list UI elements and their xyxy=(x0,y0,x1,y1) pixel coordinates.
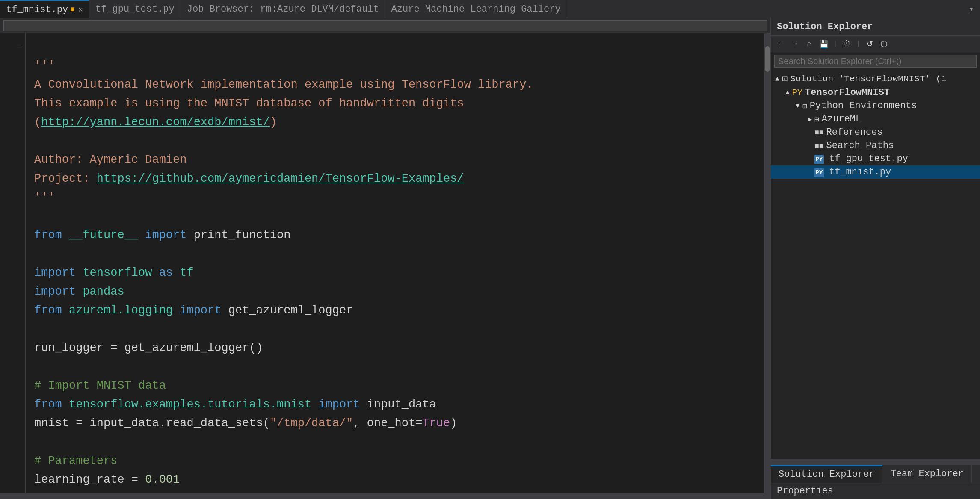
search-paths-icon: ■■ xyxy=(814,142,824,150)
solution-expand-icon[interactable]: ▲ xyxy=(773,75,782,83)
references-icon: ■■ xyxy=(814,128,824,137)
azureml-expand-icon[interactable]: ▶ xyxy=(805,115,814,124)
horizontal-scrollbar[interactable] xyxy=(0,493,770,499)
solution-explorer: Solution Explorer ← → ⌂ 💾 | ⏱ | ↺ ⬡ ▲ ⊡ … xyxy=(770,18,980,499)
se-footer: Solution Explorer Team Explorer xyxy=(771,465,980,483)
solution-explorer-header: Solution Explorer xyxy=(771,18,980,36)
se-item-solution[interactable]: ▲ ⊡ Solution 'TensorFlowMNIST' (1 xyxy=(771,72,980,86)
timer-button[interactable]: ⏱ xyxy=(841,38,853,50)
tab-close-icon[interactable]: ✕ xyxy=(78,5,83,14)
breadcrumb-input[interactable] xyxy=(3,20,767,31)
code-area[interactable]: − xyxy=(0,33,770,493)
line-numbers: − xyxy=(0,33,26,493)
python-env-expand-icon[interactable]: ▼ xyxy=(793,102,802,110)
collapse-icon[interactable]: − xyxy=(13,38,22,57)
back-button[interactable]: ← xyxy=(774,38,786,50)
tab-modified-icon: ■ xyxy=(70,5,75,14)
tab-tf-mnist-label: tf_mnist.py xyxy=(6,4,68,15)
tab-azure-gallery[interactable]: Azure Machine Learning Gallery xyxy=(385,0,567,18)
code-content[interactable]: ''' A Convolutional Network implementati… xyxy=(26,33,764,493)
se-item-search-paths[interactable]: ■■ Search Paths xyxy=(771,139,980,152)
tab-tf-mnist[interactable]: tf_mnist.py ■ ✕ xyxy=(0,0,89,18)
project-label: TensorFlowMNIST xyxy=(805,87,890,98)
azureml-icon: ⊞ xyxy=(814,115,819,124)
tab-dropdown-button[interactable]: ▾ xyxy=(963,4,980,14)
tab-job-browser[interactable]: Job Browser: rm:Azure DLVM/default xyxy=(181,0,385,18)
se-item-azureml[interactable]: ▶ ⊞ AzureML xyxy=(771,112,980,126)
solution-explorer-title: Solution Explorer xyxy=(777,21,873,32)
python-env-icon: ⊞ xyxy=(802,101,807,111)
se-item-python-environments[interactable]: ▼ ⊞ Python Environments xyxy=(771,99,980,112)
tab-job-browser-label: Job Browser: rm:Azure DLVM/default xyxy=(187,4,379,15)
se-item-tf-mnist[interactable]: PY tf_mnist.py xyxy=(771,165,980,179)
editor-scrollbar-thumb[interactable] xyxy=(765,46,770,72)
tf-gpu-test-py-icon: PY xyxy=(814,154,826,164)
search-paths-expand-icon xyxy=(805,142,814,150)
editor-panel: − xyxy=(0,18,770,499)
project-expand-icon[interactable]: ▲ xyxy=(783,89,792,97)
se-item-references[interactable]: ■■ References xyxy=(771,126,980,139)
python-environments-label: Python Environments xyxy=(810,100,917,111)
se-tree: ▲ ⊡ Solution 'TensorFlowMNIST' (1 ▲ PY T… xyxy=(771,70,980,459)
tf-mnist-label: tf_mnist.py xyxy=(829,167,891,177)
se-horizontal-scrollbar[interactable] xyxy=(771,459,980,465)
se-item-project[interactable]: ▲ PY TensorFlowMNIST xyxy=(771,86,980,99)
refresh-button[interactable]: ↺ xyxy=(864,38,876,50)
editor-toolbar xyxy=(0,18,770,33)
team-explorer-tab[interactable]: Team Explorer xyxy=(882,465,972,483)
tab-azure-gallery-label: Azure Machine Learning Gallery xyxy=(391,4,561,15)
search-paths-label: Search Paths xyxy=(826,140,894,151)
properties-label: Properties xyxy=(777,486,833,496)
se-search-input[interactable] xyxy=(774,55,977,68)
forward-button[interactable]: → xyxy=(789,38,801,50)
se-toolbar: ← → ⌂ 💾 | ⏱ | ↺ ⬡ xyxy=(771,36,980,52)
se-item-tf-gpu-test[interactable]: PY tf_gpu_test.py xyxy=(771,152,980,165)
save-button[interactable]: 💾 xyxy=(818,38,830,50)
se-search-area xyxy=(774,55,977,68)
solution-explorer-tab[interactable]: Solution Explorer xyxy=(771,465,882,483)
tab-tf-gpu-test-label: tf_gpu_test.py xyxy=(95,4,175,15)
main-area: − xyxy=(0,18,980,499)
references-label: References xyxy=(826,127,883,138)
references-expand-icon xyxy=(805,129,814,136)
solution-label: Solution 'TensorFlowMNIST' (1 xyxy=(790,74,946,84)
azureml-label: AzureML xyxy=(822,114,861,124)
tab-tf-gpu-test[interactable]: tf_gpu_test.py xyxy=(89,0,181,18)
project-icon: PY xyxy=(792,88,802,97)
tab-bar: tf_mnist.py ■ ✕ tf_gpu_test.py Job Brows… xyxy=(0,0,980,18)
solution-icon: ⊡ xyxy=(782,73,788,85)
editor-scrollbar[interactable] xyxy=(764,33,770,493)
team-explorer-footer-label: Team Explorer xyxy=(890,469,964,479)
settings-button[interactable]: ⬡ xyxy=(878,38,890,50)
home-button[interactable]: ⌂ xyxy=(803,38,815,50)
properties-bar: Properties xyxy=(771,483,980,499)
tf-mnist-py-icon: PY xyxy=(814,167,826,177)
tf-gpu-test-label: tf_gpu_test.py xyxy=(829,154,908,164)
solution-explorer-footer-label: Solution Explorer xyxy=(779,469,874,480)
